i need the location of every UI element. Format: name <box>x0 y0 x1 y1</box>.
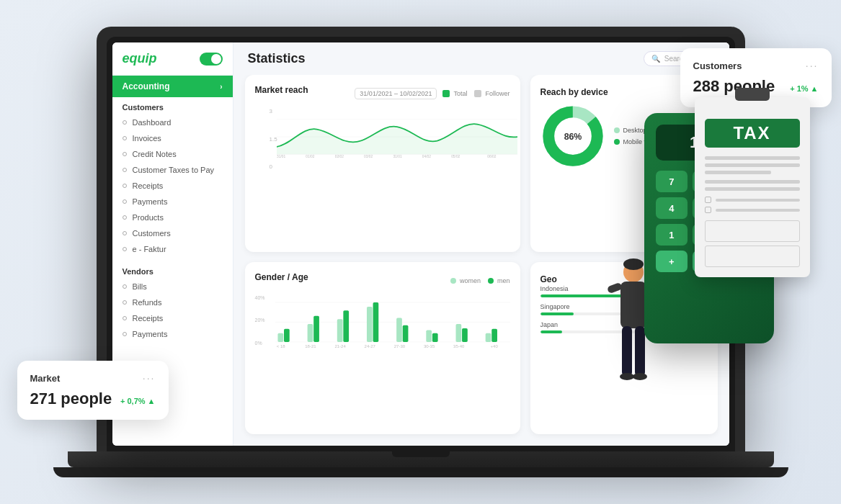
svg-text:06/02: 06/02 <box>487 155 496 158</box>
float-market-title: Market <box>30 373 61 384</box>
svg-text:24-27: 24-27 <box>364 343 375 348</box>
calc-btn-7: 7 <box>656 171 688 192</box>
svg-text:21-24: 21-24 <box>334 343 346 348</box>
customers-menu-icon[interactable]: ··· <box>806 60 819 71</box>
dot-icon <box>123 284 127 289</box>
geo-bar-fill <box>540 312 574 315</box>
sidebar-item-products[interactable]: Products <box>112 210 233 225</box>
dot-icon <box>123 120 127 125</box>
svg-text:+40: +40 <box>490 343 498 348</box>
svg-rect-27 <box>426 330 432 341</box>
sidebar-item-payments[interactable]: Payments <box>112 194 233 210</box>
dot-icon <box>123 199 127 204</box>
line-chart-svg: 31/01 01/02 02/02 03/02 31/01 04/02 05/0… <box>277 108 517 166</box>
svg-text:30-35: 30-35 <box>423 343 435 348</box>
women-dot <box>450 278 456 284</box>
sidebar-item-efaktur[interactable]: e - Faktur <box>112 241 233 257</box>
calculator-illustration: 1234,45 7 8 9 4 5 × 1 2 - + = ÷ <box>630 84 803 372</box>
dot-icon <box>123 247 127 251</box>
clipboard-box-1 <box>705 220 800 242</box>
sidebar-item-label: Receipts <box>133 314 164 323</box>
tax-clipboard: TAX <box>695 84 810 329</box>
svg-rect-25 <box>396 318 402 341</box>
sidebar-toggle[interactable] <box>200 53 223 66</box>
svg-rect-44 <box>606 282 622 294</box>
sidebar-item-label: Credit Notes <box>133 150 177 158</box>
market-delta-text: + 0,7% <box>120 397 146 405</box>
clipboard-clip <box>735 88 770 101</box>
men-label: men <box>497 277 510 284</box>
sidebar-item-label: Receipts <box>133 181 164 190</box>
laptop-notch <box>392 451 450 457</box>
y-label-0: 0 <box>270 163 277 170</box>
float-card-header: Customers ··· <box>693 60 819 71</box>
svg-rect-30 <box>462 328 468 342</box>
market-reach-card: Market reach 31/01/2021 – 10/02/2021 Tot… <box>245 75 520 252</box>
market-menu-icon[interactable]: ··· <box>143 372 156 384</box>
accounting-tab[interactable]: Accounting › <box>112 76 233 97</box>
svg-rect-19 <box>307 324 313 342</box>
svg-text:18-21: 18-21 <box>305 343 316 348</box>
float-market-header: Market ··· <box>30 372 156 384</box>
sidebar-item-label: Payments <box>133 330 168 338</box>
clipboard-box-2 <box>705 246 800 267</box>
sidebar-item-label: Customers <box>133 229 171 238</box>
sidebar-item-invoices[interactable]: Invoices <box>112 130 233 146</box>
mobile-legend-dot <box>614 139 620 145</box>
country-name: Japan <box>540 321 559 328</box>
sidebar-item-customer-taxes[interactable]: Customer Taxes to Pay <box>112 162 233 178</box>
tax-label: TAX <box>705 119 800 148</box>
legend-total-dot <box>442 90 450 97</box>
sidebar-item-customers[interactable]: Customers <box>112 225 233 241</box>
svg-rect-20 <box>313 315 319 341</box>
dot-icon <box>123 332 127 336</box>
svg-text:04/02: 04/02 <box>422 155 430 158</box>
svg-text:31/01: 31/01 <box>277 155 285 158</box>
sidebar-item-bills[interactable]: Bills <box>112 279 233 294</box>
y-40: 40% <box>255 295 265 300</box>
market-reach-chart: 3 1.5 0 <box>270 108 510 173</box>
clipboard-line-3 <box>705 171 771 174</box>
svg-text:35-40: 35-40 <box>453 343 465 348</box>
date-range: 31/01/2021 – 10/02/2021 <box>355 88 437 99</box>
legend-men: men <box>488 277 510 284</box>
sidebar-item-label: Products <box>133 213 164 222</box>
svg-rect-26 <box>402 325 408 341</box>
sidebar-item-vendor-receipts[interactable]: Receipts <box>112 310 233 326</box>
y-20: 20% <box>255 318 265 323</box>
checkbox-2 <box>705 207 711 213</box>
reach-device-title: Reach by device <box>540 87 608 97</box>
svg-text:31/01: 31/01 <box>393 155 401 158</box>
gender-age-header: Gender / Age women men <box>255 272 510 289</box>
sidebar-item-dashboard[interactable]: Dashboard <box>112 114 233 130</box>
main-header: Statistics 🔍 Search 🔔 <box>233 42 729 75</box>
legend-follower-dot <box>474 90 481 97</box>
svg-rect-24 <box>373 302 378 341</box>
market-delta: + 0,7% ▲ <box>120 397 156 405</box>
page-title: Statistics <box>248 51 306 66</box>
men-dot <box>488 278 494 284</box>
clipboard-board: TAX <box>695 97 810 277</box>
svg-rect-22 <box>343 310 349 342</box>
legend-total-label: Total <box>453 90 467 97</box>
women-label: women <box>460 277 481 284</box>
laptop-foot <box>53 467 788 477</box>
sidebar-item-refunds[interactable]: Refunds <box>112 294 233 310</box>
sidebar-item-receipts[interactable]: Receipts <box>112 178 233 194</box>
calc-btn-4: 4 <box>656 197 688 219</box>
sidebar-item-label: Payments <box>133 197 168 206</box>
svg-text:03/02: 03/02 <box>364 155 373 158</box>
accounting-label: Accounting <box>123 81 170 91</box>
dot-icon <box>123 231 127 235</box>
logo-label: equip <box>123 51 157 66</box>
dot-icon <box>123 215 127 220</box>
sidebar-item-label: Bills <box>133 282 147 291</box>
gender-legend: women men <box>450 277 510 284</box>
legend-women: women <box>450 277 481 284</box>
sidebar-item-vendor-payments[interactable]: Payments <box>112 326 233 342</box>
dot-icon <box>123 168 127 172</box>
sidebar-item-credit-notes[interactable]: Credit Notes <box>112 146 233 162</box>
customers-delta-icon: ▲ <box>811 84 819 93</box>
calc-btn-1: 1 <box>656 224 688 246</box>
customers-section-label: Customers <box>112 97 233 114</box>
